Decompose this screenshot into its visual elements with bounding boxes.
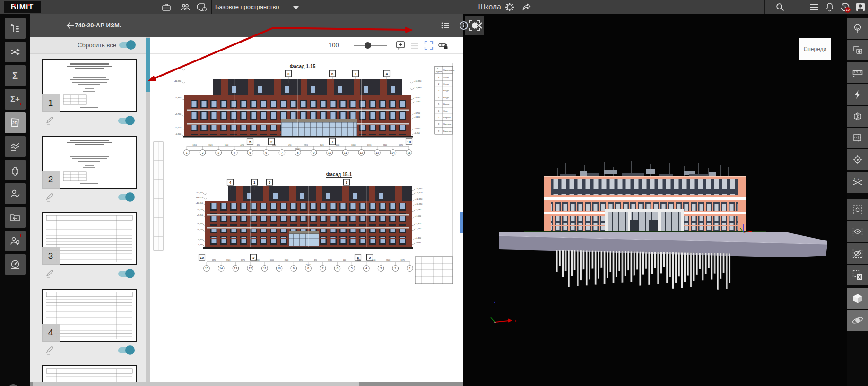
user-avatar-icon[interactable] (855, 1, 866, 13)
thumbnail-scrollbar[interactable] (146, 37, 150, 382)
fit-to-screen-icon[interactable] (423, 40, 434, 51)
tool-relations-shuffle[interactable] (5, 42, 26, 62)
tool-sigma-plus[interactable]: Σ+ (5, 89, 26, 110)
tool-view-mode-cube[interactable] (847, 288, 868, 309)
search-icon[interactable] (774, 1, 786, 13)
svg-text:6800: 6800 (255, 259, 259, 261)
roles-badge-clock-icon[interactable] (197, 1, 208, 13)
svg-text:-0,200: -0,200 (175, 133, 182, 135)
tool-select-similar[interactable] (847, 40, 868, 60)
svg-text:3120: 3120 (226, 259, 230, 261)
menu-list-icon[interactable] (808, 1, 820, 13)
close-icon[interactable] (473, 20, 485, 31)
svg-text:отделки: отделки (436, 71, 442, 73)
document-page-thumbnail[interactable]: 4 (42, 289, 137, 342)
annotate-pencil-icon[interactable] (45, 269, 55, 281)
document-page-thumbnail[interactable]: 1 (42, 59, 137, 112)
svg-text:490: 490 (314, 259, 317, 261)
tool-hide-selected-eye-slash[interactable] (847, 243, 868, 264)
annotate-pencil-icon[interactable] (45, 116, 55, 128)
right-toolbar: 12 (847, 14, 868, 386)
svg-text:11: 11 (344, 151, 347, 154)
reset-all-label: Сбросить все (78, 37, 116, 53)
reset-all-toggle[interactable] (119, 42, 134, 48)
svg-text:+12,280: +12,280 (415, 198, 423, 200)
svg-text:Окна: Окна (443, 110, 447, 112)
svg-text:+10,880: +10,880 (415, 203, 423, 205)
project-title: Школа (454, 0, 501, 14)
tool-clip-box[interactable] (847, 106, 868, 127)
building-model-3d: zx (463, 14, 847, 386)
workspace-label: Базовое пространство (215, 3, 279, 10)
tool-plugins-puzzle[interactable] (5, 160, 26, 180)
history-clock-icon[interactable]: 10 (839, 1, 851, 13)
model-viewport-3d[interactable]: Спереди zx (463, 14, 847, 386)
svg-text:3: 3 (346, 180, 347, 185)
projects-briefcase-icon[interactable] (161, 1, 172, 13)
tool-sigma[interactable]: Σ (5, 65, 26, 86)
document-page-thumbnail[interactable]: 5 (42, 365, 137, 382)
topbar: BiMiT Базовое пространство Школа (0, 0, 868, 14)
back-arrow-icon[interactable] (64, 20, 76, 31)
tool-measure-ruler[interactable] (847, 62, 868, 83)
annotate-pencil-icon[interactable] (45, 192, 55, 205)
page-visibility-toggle[interactable] (118, 347, 133, 353)
svg-text:3120: 3120 (383, 144, 387, 146)
tool-focus-target[interactable] (847, 149, 868, 170)
help-button[interactable]: ? (8, 384, 19, 386)
svg-text:-0,980: -0,980 (197, 239, 203, 241)
notification-dot (20, 103, 21, 105)
tool-clip-plane[interactable] (847, 128, 868, 148)
zoom-slider-knob[interactable] (365, 42, 371, 49)
sheet-viewer: 100 Фасад 1-15361452710631 (150, 37, 463, 382)
viewer-horizontal-scrollbar[interactable] (30, 382, 463, 386)
tool-dashboard-gauge[interactable] (5, 254, 26, 275)
reset-all-row: Сбросить все (30, 37, 146, 54)
page-visibility-toggle[interactable] (118, 118, 133, 124)
svg-text:+3,750: +3,750 (414, 112, 421, 114)
chevron-down-icon[interactable] (293, 6, 299, 9)
document-page-thumbnail[interactable]: 3 (42, 212, 137, 265)
link-lock-icon[interactable] (437, 40, 449, 51)
app-logo[interactable]: BiMiT (4, 1, 41, 13)
page-visibility-toggle[interactable] (118, 194, 133, 200)
svg-text:10: 10 (328, 151, 331, 154)
svg-text:6370: 6370 (400, 259, 404, 261)
tool-user-approve[interactable] (5, 183, 26, 204)
svg-text:3120: 3120 (285, 259, 288, 261)
tool-folder-export[interactable] (5, 207, 26, 228)
svg-text:3340: 3340 (328, 259, 332, 261)
document-panel-header: 740-20-АР ИЗМ. (30, 14, 463, 37)
tool-show-selected-eye[interactable] (847, 221, 868, 242)
settings-gear-icon[interactable] (504, 1, 515, 13)
tool-orbit-mode[interactable] (847, 310, 868, 331)
thumbnail-scrollbar-thumb[interactable] (146, 38, 150, 92)
svg-text:13: 13 (376, 151, 379, 154)
tool-2d-documents[interactable]: 2D (5, 112, 26, 133)
page-visibility-toggle[interactable] (118, 271, 133, 277)
sigma-icon: Σ (12, 70, 18, 81)
tool-user-location[interactable] (5, 231, 26, 251)
tool-section-flash[interactable] (847, 84, 868, 105)
info-icon[interactable] (458, 20, 469, 31)
sheet-list-icon[interactable] (440, 20, 451, 31)
tool-structure-tree[interactable] (5, 18, 26, 39)
team-users-icon[interactable] (180, 1, 191, 13)
drawing-sheet-canvas[interactable]: Фасад 1-15361452710631031201140421042033… (150, 53, 463, 382)
tool-environment-tree[interactable] (847, 18, 868, 39)
workspace-selector[interactable]: Базовое пространство (215, 0, 279, 14)
tool-axes-grid[interactable]: 12 (847, 172, 868, 193)
document-page-thumbnail[interactable]: 2 (42, 136, 137, 189)
svg-text:1: 1 (253, 180, 255, 185)
notifications-bell-icon[interactable] (824, 1, 835, 13)
tool-charts[interactable] (5, 136, 26, 157)
svg-text:3: 3 (287, 72, 289, 76)
share-icon[interactable] (521, 1, 532, 13)
tool-clear-selection[interactable] (847, 265, 868, 285)
tool-isolate-object[interactable] (847, 199, 868, 220)
svg-text:+0,450: +0,450 (415, 237, 422, 239)
add-comment-icon[interactable] (395, 40, 406, 51)
viewer-horizontal-scrollbar-thumb[interactable] (33, 382, 359, 386)
viewer-vertical-scrollbar-thumb[interactable] (460, 212, 463, 233)
annotate-pencil-icon[interactable] (45, 345, 55, 358)
